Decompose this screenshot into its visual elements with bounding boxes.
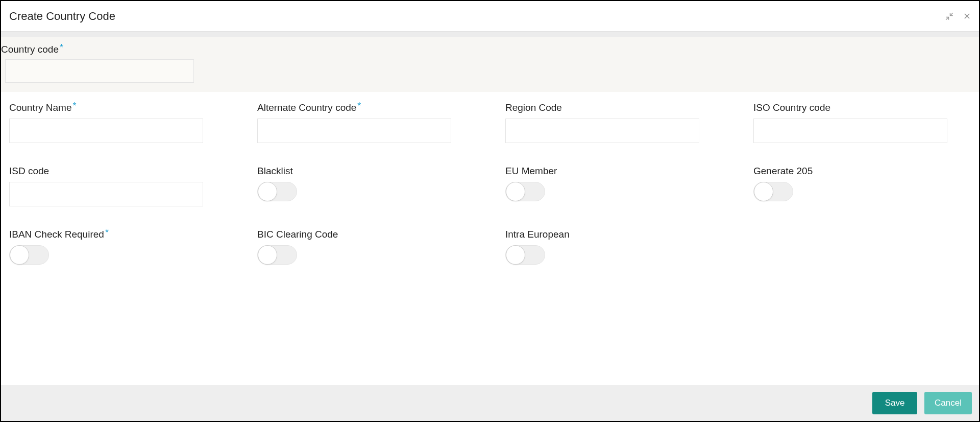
field-country-name: Country Name* <box>9 102 227 143</box>
dialog-title: Create Country Code <box>9 10 115 23</box>
field-blacklist: Blacklist <box>257 166 475 206</box>
field-isd-code: ISD code <box>9 166 227 206</box>
field-eu-member: EU Member <box>505 166 723 206</box>
iso-country-code-label: ISO Country code <box>753 102 971 113</box>
bic-clearing-code-label: BIC Clearing Code <box>257 229 475 240</box>
region-code-input[interactable] <box>505 119 699 143</box>
header-field-block: Country code* <box>1 37 979 92</box>
titlebar: Create Country Code ✕ <box>1 1 979 32</box>
alternate-country-code-label: Alternate Country code* <box>257 102 475 113</box>
region-code-label: Region Code <box>505 102 723 113</box>
cancel-button[interactable]: Cancel <box>924 392 972 414</box>
footer: Save Cancel <box>1 385 979 421</box>
iban-check-required-toggle[interactable] <box>9 245 49 265</box>
title-controls: ✕ <box>945 12 971 21</box>
blacklist-label: Blacklist <box>257 166 475 177</box>
field-intra-european: Intra European <box>505 229 723 265</box>
form-row: IBAN Check Required* BIC Clearing Code I… <box>9 229 971 265</box>
field-iban-check-required: IBAN Check Required* <box>9 229 227 265</box>
form-row: ISD code Blacklist EU Member Generate 20… <box>9 166 971 206</box>
field-alternate-country-code: Alternate Country code* <box>257 102 475 143</box>
field-region-code: Region Code <box>505 102 723 143</box>
alternate-country-code-input[interactable] <box>257 119 451 143</box>
iban-check-required-label: IBAN Check Required* <box>9 229 227 240</box>
country-code-input[interactable] <box>5 59 194 83</box>
isd-code-label: ISD code <box>9 166 227 177</box>
form-row: Country Name* Alternate Country code* Re… <box>9 102 971 143</box>
close-icon[interactable]: ✕ <box>963 12 971 21</box>
generate-205-label: Generate 205 <box>753 166 971 177</box>
generate-205-toggle[interactable] <box>753 182 793 201</box>
isd-code-input[interactable] <box>9 182 203 206</box>
collapse-icon[interactable] <box>945 12 954 21</box>
country-name-input[interactable] <box>9 119 203 143</box>
bic-clearing-code-toggle[interactable] <box>257 245 297 265</box>
dialog-create-country-code: Create Country Code ✕ Country code* <box>0 0 980 422</box>
form-area: Country Name* Alternate Country code* Re… <box>1 92 979 385</box>
field-empty <box>753 229 971 265</box>
save-button[interactable]: Save <box>872 392 917 414</box>
field-bic-clearing-code: BIC Clearing Code <box>257 229 475 265</box>
field-generate-205: Generate 205 <box>753 166 971 206</box>
eu-member-label: EU Member <box>505 166 723 177</box>
country-code-label: Country code* <box>1 44 979 55</box>
intra-european-toggle[interactable] <box>505 245 545 265</box>
field-iso-country-code: ISO Country code <box>753 102 971 143</box>
blacklist-toggle[interactable] <box>257 182 297 201</box>
eu-member-toggle[interactable] <box>505 182 545 201</box>
iso-country-code-input[interactable] <box>753 119 947 143</box>
country-name-label: Country Name* <box>9 102 227 113</box>
intra-european-label: Intra European <box>505 229 723 240</box>
top-band <box>1 32 979 37</box>
